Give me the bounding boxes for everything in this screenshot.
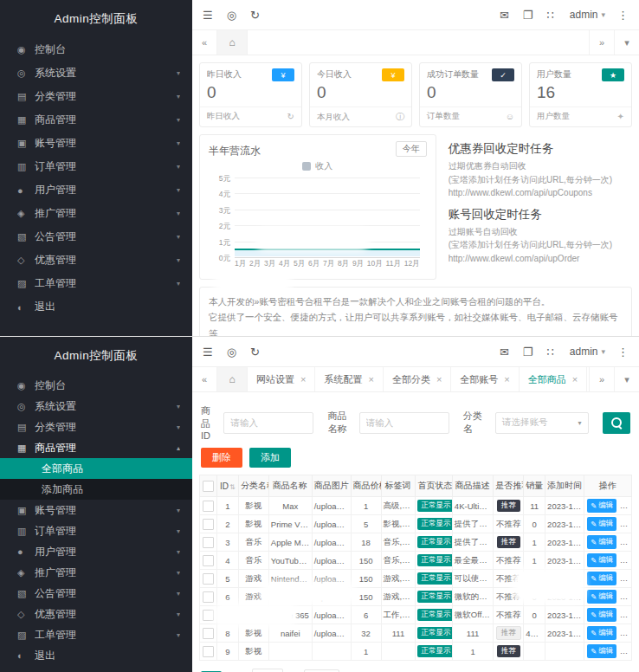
message-icon[interactable]: ✉ [500, 9, 509, 22]
chart-legend[interactable]: 收入 [209, 160, 427, 172]
edit-button[interactable]: ✎编辑 [587, 553, 616, 567]
column-header[interactable]: 是否推荐 [494, 475, 524, 497]
message-icon[interactable]: ✉ [500, 346, 509, 359]
tab-manage-icon[interactable]: ◎ [227, 346, 236, 359]
user-menu[interactable]: admin ▾ [570, 9, 605, 21]
page-tab[interactable]: 全部分类 × [384, 367, 451, 391]
column-header[interactable]: 销量 [524, 475, 545, 497]
column-header[interactable]: 首页状态 [416, 475, 452, 497]
user-menu[interactable]: admin ▾ [570, 346, 605, 358]
sidebar-item[interactable]: ◈ 推广管理 ▾ [0, 202, 192, 225]
search-button[interactable] [603, 412, 630, 434]
delete-button[interactable]: ✕删除 [621, 517, 632, 531]
column-header[interactable]: ID⇅ [216, 475, 238, 497]
edit-button[interactable]: ✎编辑 [587, 572, 616, 585]
delete-button[interactable]: ✕删除 [621, 608, 632, 622]
tabs-scroll-right[interactable]: » [589, 30, 614, 55]
page-tab[interactable]: 全部账号 × [451, 367, 519, 391]
column-header[interactable]: 商品价格⇅ [351, 475, 381, 497]
sidebar-item[interactable]: ▧ 公告管理 ▾ [0, 225, 192, 249]
delete-button[interactable]: ✕删除 [621, 535, 632, 549]
sidebar-item[interactable]: ◈ 推广管理 ▾ [0, 562, 192, 583]
close-icon[interactable]: × [300, 374, 306, 384]
menu-fold-icon[interactable]: ☰ [203, 346, 213, 359]
delete-button[interactable]: ✕删除 [621, 590, 632, 604]
tabs-scroll-left[interactable]: « [192, 30, 217, 55]
edit-button[interactable]: ✎编辑 [587, 608, 616, 622]
row-checkbox[interactable] [203, 591, 214, 603]
tabs-scroll-right[interactable]: » [589, 367, 614, 391]
edit-button[interactable]: ✎编辑 [587, 590, 616, 604]
close-icon[interactable]: × [436, 374, 442, 384]
sidebar-item[interactable]: ▦ 商品管理 ▴ [0, 437, 192, 458]
row-checkbox[interactable] [203, 628, 214, 639]
edit-button[interactable]: ✎编辑 [587, 644, 616, 658]
row-checkbox[interactable] [203, 537, 214, 548]
refresh-icon[interactable]: ↻ [250, 9, 260, 22]
sidebar-item[interactable]: ▧ 公告管理 ▾ [0, 583, 192, 604]
delete-button[interactable]: ✕删除 [621, 553, 632, 567]
select-all-checkbox[interactable] [203, 481, 214, 492]
row-checkbox[interactable] [203, 555, 214, 566]
column-header[interactable]: 商品名称 [268, 475, 312, 497]
sidebar-item[interactable]: ◎ 系统设置 ▾ [0, 61, 192, 85]
edit-button[interactable]: ✎编辑 [587, 499, 616, 513]
tabs-menu-icon[interactable]: ▾ [614, 367, 639, 391]
sidebar-item[interactable]: ◐ 退出 [0, 295, 192, 319]
sidebar-item[interactable]: ◇ 优惠管理 ▾ [0, 249, 192, 272]
row-checkbox[interactable] [203, 646, 214, 657]
delete-button[interactable]: ✕删除 [621, 572, 632, 585]
sidebar-item[interactable]: ▥ 订单管理 ▾ [0, 520, 192, 541]
row-checkbox[interactable] [203, 519, 214, 530]
tabs-scroll-left[interactable]: « [192, 367, 217, 391]
edit-button[interactable]: ✎编辑 [587, 517, 616, 531]
add-goods-button[interactable]: 添加 [249, 448, 291, 468]
sidebar-item[interactable]: ▨ 工单管理 ▾ [0, 624, 192, 645]
clear-cache-icon[interactable]: ❐ [523, 9, 533, 22]
delete-button[interactable]: ✕删除 [621, 626, 632, 640]
chart-range-button[interactable]: 今年 [396, 141, 427, 157]
row-checkbox[interactable] [203, 501, 214, 512]
tabs-menu-icon[interactable]: ▾ [614, 30, 639, 55]
column-header[interactable]: 标签词 [381, 475, 416, 497]
refresh-icon[interactable]: ↻ [250, 346, 260, 359]
column-header[interactable]: 添加时间 [545, 475, 584, 497]
menu-fold-icon[interactable]: ☰ [203, 9, 213, 22]
column-header[interactable]: 操作 [584, 475, 632, 497]
sidebar-item[interactable]: ◉ 控制台 [0, 375, 192, 396]
sidebar-item[interactable]: ▥ 订单管理 ▾ [0, 155, 192, 178]
row-checkbox[interactable] [203, 610, 214, 621]
delete-button[interactable]: ✕删除 [621, 644, 632, 658]
batch-delete-button[interactable]: 删除 [201, 448, 242, 468]
edit-button[interactable]: ✎编辑 [587, 535, 616, 549]
fullscreen-icon[interactable]: ∷ [547, 9, 554, 22]
clear-cache-icon[interactable]: ❐ [523, 346, 533, 359]
sidebar-item[interactable]: ▤ 分类管理 ▾ [0, 417, 192, 437]
sidebar-item[interactable]: 添加商品 [0, 479, 192, 500]
column-header[interactable]: 分类名称 [238, 475, 268, 497]
page-tab[interactable]: 系统配置 × [315, 367, 383, 391]
sidebar-item[interactable]: ◐ 退出 [0, 645, 192, 666]
row-checkbox[interactable] [203, 573, 214, 585]
sidebar-item[interactable]: ◎ 系统设置 ▾ [0, 396, 192, 417]
goods-id-input[interactable] [223, 412, 313, 434]
close-icon[interactable]: × [572, 374, 578, 384]
column-header[interactable]: 商品图片 [312, 475, 351, 497]
sidebar-item[interactable]: ▨ 工单管理 ▾ [0, 272, 192, 295]
sidebar-item[interactable]: ▦ 商品管理 ▾ [0, 108, 192, 132]
sidebar-item[interactable]: ▤ 分类管理 ▾ [0, 85, 192, 108]
more-icon[interactable]: ⋮ [617, 9, 629, 22]
sidebar-item[interactable]: ◇ 优惠管理 ▾ [0, 604, 192, 624]
category-select[interactable]: 请选择账号 ▾ [495, 412, 589, 434]
page-tab[interactable]: 全部商品 × [520, 367, 587, 391]
sort-icon[interactable]: ⇅ [229, 483, 236, 491]
close-icon[interactable]: × [368, 374, 373, 384]
edit-button[interactable]: ✎编辑 [587, 626, 616, 640]
page-jump-input[interactable] [252, 669, 283, 672]
column-header[interactable]: 商品描述 [452, 475, 493, 497]
sidebar-item[interactable]: ◉ 控制台 [0, 38, 192, 61]
sidebar-item[interactable]: 全部商品 [0, 458, 192, 479]
sidebar-item[interactable]: ▣ 账号管理 ▾ [0, 500, 192, 520]
fullscreen-icon[interactable]: ∷ [547, 346, 554, 359]
page-tab[interactable]: 网站设置 × [248, 367, 315, 391]
